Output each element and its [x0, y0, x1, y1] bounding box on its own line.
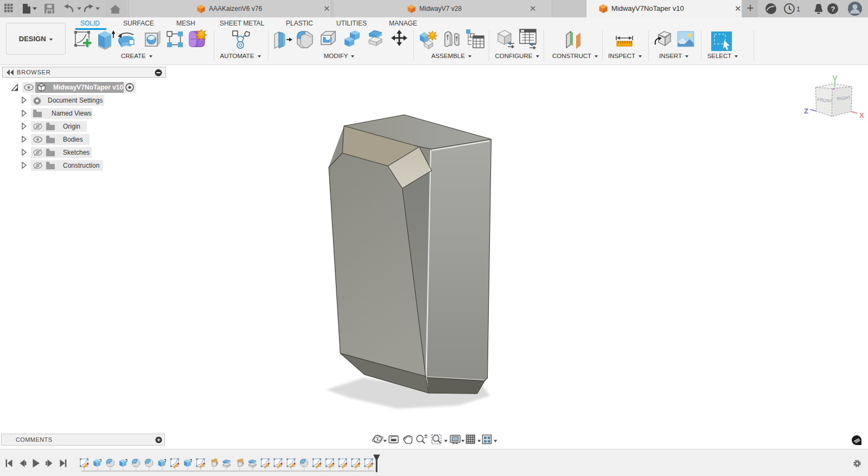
svg-text:X: X: [859, 111, 864, 119]
svg-text:?: ?: [831, 5, 835, 13]
svg-text:Z: Z: [804, 107, 808, 115]
svg-text:1: 1: [796, 5, 800, 13]
